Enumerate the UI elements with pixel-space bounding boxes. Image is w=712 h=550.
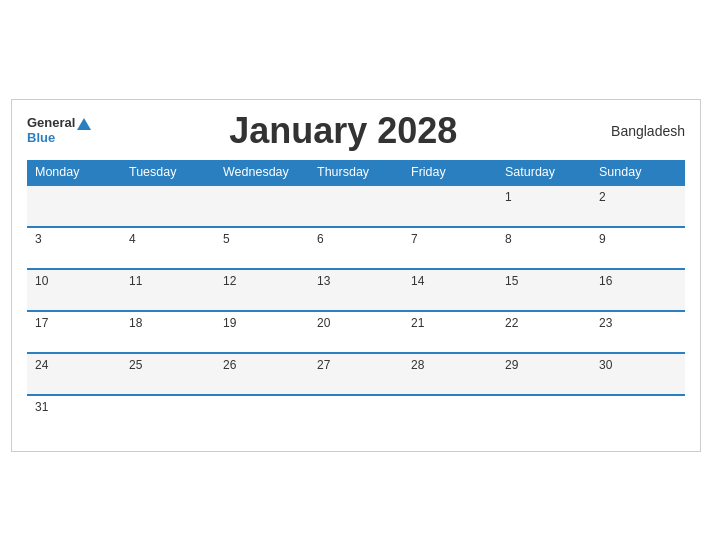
calendar-cell	[121, 395, 215, 436]
day-number: 29	[505, 358, 518, 372]
day-number: 14	[411, 274, 424, 288]
calendar-cell	[121, 185, 215, 227]
week-row-4: 24252627282930	[27, 353, 685, 395]
calendar-cell: 5	[215, 227, 309, 269]
weekday-saturday: Saturday	[497, 160, 591, 185]
day-number: 12	[223, 274, 236, 288]
calendar-cell: 29	[497, 353, 591, 395]
logo-general: General	[27, 116, 91, 130]
calendar-cell: 7	[403, 227, 497, 269]
day-number: 9	[599, 232, 606, 246]
calendar-cell: 28	[403, 353, 497, 395]
calendar-cell: 25	[121, 353, 215, 395]
calendar-cell: 23	[591, 311, 685, 353]
day-number: 18	[129, 316, 142, 330]
day-number: 30	[599, 358, 612, 372]
calendar-cell: 8	[497, 227, 591, 269]
calendar-cell	[215, 185, 309, 227]
day-number: 28	[411, 358, 424, 372]
day-number: 16	[599, 274, 612, 288]
weekday-header-row: MondayTuesdayWednesdayThursdayFridaySatu…	[27, 160, 685, 185]
day-number: 24	[35, 358, 48, 372]
weekday-tuesday: Tuesday	[121, 160, 215, 185]
calendar-cell: 13	[309, 269, 403, 311]
week-row-3: 17181920212223	[27, 311, 685, 353]
logo: General Blue	[27, 116, 91, 145]
day-number: 2	[599, 190, 606, 204]
weekday-friday: Friday	[403, 160, 497, 185]
logo-triangle-icon	[77, 118, 91, 130]
calendar-cell: 2	[591, 185, 685, 227]
calendar-cell: 31	[27, 395, 121, 436]
calendar-cell: 19	[215, 311, 309, 353]
day-number: 7	[411, 232, 418, 246]
calendar-cell: 4	[121, 227, 215, 269]
calendar-cell: 26	[215, 353, 309, 395]
calendar-cell: 22	[497, 311, 591, 353]
calendar-cell: 9	[591, 227, 685, 269]
day-number: 25	[129, 358, 142, 372]
week-row-1: 3456789	[27, 227, 685, 269]
day-number: 3	[35, 232, 42, 246]
week-row-0: 12	[27, 185, 685, 227]
day-number: 8	[505, 232, 512, 246]
calendar-cell: 10	[27, 269, 121, 311]
weekday-monday: Monday	[27, 160, 121, 185]
week-row-5: 31	[27, 395, 685, 436]
calendar-cell: 20	[309, 311, 403, 353]
country-label: Bangladesh	[595, 123, 685, 139]
calendar-cell: 14	[403, 269, 497, 311]
calendar-cell: 30	[591, 353, 685, 395]
day-number: 26	[223, 358, 236, 372]
calendar-cell	[591, 395, 685, 436]
calendar-cell: 21	[403, 311, 497, 353]
calendar-cell: 6	[309, 227, 403, 269]
logo-blue: Blue	[27, 131, 55, 145]
week-row-2: 10111213141516	[27, 269, 685, 311]
day-number: 11	[129, 274, 142, 288]
day-number: 21	[411, 316, 424, 330]
day-number: 1	[505, 190, 512, 204]
calendar-cell: 17	[27, 311, 121, 353]
calendar-title: January 2028	[91, 110, 595, 152]
calendar-cell: 24	[27, 353, 121, 395]
day-number: 15	[505, 274, 518, 288]
day-number: 13	[317, 274, 330, 288]
calendar-cell	[215, 395, 309, 436]
day-number: 10	[35, 274, 48, 288]
day-number: 22	[505, 316, 518, 330]
calendar-cell: 3	[27, 227, 121, 269]
calendar-cell: 11	[121, 269, 215, 311]
calendar-header: General Blue January 2028 Bangladesh	[27, 110, 685, 152]
day-number: 17	[35, 316, 48, 330]
calendar-cell: 16	[591, 269, 685, 311]
calendar-cell: 12	[215, 269, 309, 311]
calendar-cell: 18	[121, 311, 215, 353]
calendar-cell	[27, 185, 121, 227]
calendar-cell	[309, 185, 403, 227]
calendar-cell	[309, 395, 403, 436]
day-number: 31	[35, 400, 48, 414]
calendar-cell: 27	[309, 353, 403, 395]
day-number: 23	[599, 316, 612, 330]
day-number: 4	[129, 232, 136, 246]
weekday-thursday: Thursday	[309, 160, 403, 185]
day-number: 5	[223, 232, 230, 246]
calendar-container: General Blue January 2028 Bangladesh Mon…	[11, 99, 701, 452]
calendar-cell: 1	[497, 185, 591, 227]
weekday-wednesday: Wednesday	[215, 160, 309, 185]
weekday-sunday: Sunday	[591, 160, 685, 185]
calendar-cell	[497, 395, 591, 436]
calendar-cell: 15	[497, 269, 591, 311]
day-number: 20	[317, 316, 330, 330]
calendar-cell	[403, 395, 497, 436]
calendar-grid: MondayTuesdayWednesdayThursdayFridaySatu…	[27, 160, 685, 436]
day-number: 6	[317, 232, 324, 246]
day-number: 19	[223, 316, 236, 330]
calendar-cell	[403, 185, 497, 227]
day-number: 27	[317, 358, 330, 372]
